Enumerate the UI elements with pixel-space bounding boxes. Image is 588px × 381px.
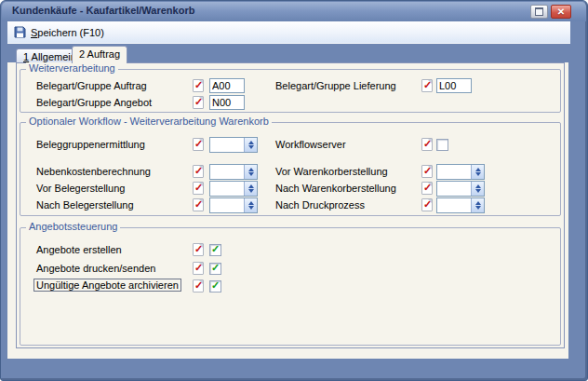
input-belegart-gruppe-lieferung[interactable] — [436, 78, 472, 93]
validator-icon[interactable] — [193, 262, 204, 275]
nebenkosten-spinner-field[interactable] — [209, 164, 258, 180]
app-window: Kundenkäufe - Kaufartikel/Warenkorb ✕ Sp… — [0, 0, 588, 381]
validator-icon[interactable] — [193, 279, 204, 293]
label-nebenkostenberechnung: Nebenkostenberechnung — [36, 166, 151, 177]
label-nach-warenkorberstellung: Nach Warenkorberstellung — [275, 183, 396, 194]
label-belegart-gruppe-angebot: Belegart/Gruppe Angebot — [36, 97, 152, 108]
angebote-drucken-checkbox[interactable] — [209, 263, 221, 275]
close-icon: ✕ — [557, 7, 565, 17]
label-angebote-drucken-senden: Angebote drucken/senden — [36, 263, 155, 274]
close-button[interactable]: ✕ — [551, 5, 571, 19]
validator-icon[interactable] — [193, 243, 204, 256]
beleggruppenermittlung-input[interactable] — [210, 138, 244, 152]
spinner-updown-icon[interactable] — [471, 198, 484, 212]
validator-icon[interactable] — [421, 79, 433, 92]
beleggruppenermittlung-spinner-field[interactable] — [209, 137, 258, 153]
nach-warenkorb-input[interactable] — [437, 182, 471, 196]
save-button-label: Speichern (F10) — [31, 27, 104, 38]
spinner-updown-icon[interactable] — [244, 182, 257, 196]
validator-icon[interactable] — [193, 182, 204, 195]
nach-warenkorb-spinner-field[interactable] — [436, 181, 485, 197]
nach-beleg-input[interactable] — [210, 198, 244, 212]
angebote-archivieren-checkbox[interactable] — [209, 280, 221, 293]
window-title: Kundenkäufe - Kaufartikel/Warenkorb — [12, 5, 194, 16]
vor-beleg-spinner-field[interactable] — [209, 181, 258, 197]
label-nach-belegerstellung: Nach Belegerstellung — [36, 199, 134, 211]
save-button[interactable]: Speichern (F10) — [7, 21, 111, 43]
save-icon — [14, 26, 26, 38]
label-belegart-gruppe-lieferung: Belegart/Gruppe Lieferung — [275, 80, 396, 91]
input-belegart-gruppe-angebot[interactable] — [209, 95, 245, 110]
label-belegart-gruppe-auftrag: Belegart/Gruppe Auftrag — [36, 80, 147, 91]
spinner-updown-icon[interactable] — [471, 182, 484, 196]
label-workflowserver: Workflowserver — [275, 139, 346, 150]
validator-icon[interactable] — [193, 198, 204, 211]
validator-icon[interactable] — [193, 79, 204, 92]
nebenkosten-input[interactable] — [210, 165, 244, 179]
spinner-updown-icon[interactable] — [244, 198, 257, 212]
nach-druck-spinner-field[interactable] — [436, 197, 485, 213]
group-workflow-title: Optionaler Workflow - Weiterverarbeitung… — [26, 116, 272, 127]
label-vor-warenkorberstellung: Vor Warenkorberstellung — [275, 166, 388, 177]
vor-warenkorb-spinner-field[interactable] — [436, 164, 485, 180]
titlebar: Kundenkäufe - Kaufartikel/Warenkorb — [2, 2, 586, 21]
maximize-icon — [535, 7, 543, 16]
spinner-updown-icon[interactable] — [244, 165, 257, 179]
maximize-button[interactable] — [530, 5, 548, 19]
workflowserver-checkbox[interactable] — [436, 139, 448, 151]
angebote-erstellen-checkbox[interactable] — [209, 244, 221, 256]
nach-druck-input[interactable] — [437, 198, 471, 212]
spinner-updown-icon[interactable] — [471, 165, 484, 179]
tab-auftrag[interactable]: 2 Auftrag — [72, 46, 127, 63]
toolbar: Speichern (F10) — [7, 21, 570, 44]
validator-icon[interactable] — [421, 138, 433, 151]
validator-icon[interactable] — [193, 165, 204, 178]
label-nach-druckprozess: Nach Druckprozess — [275, 199, 365, 211]
validator-icon[interactable] — [421, 198, 433, 211]
validator-icon[interactable] — [193, 138, 204, 151]
label-angebote-erstellen: Angebote erstellen — [36, 244, 122, 255]
validator-icon[interactable] — [193, 96, 204, 109]
vor-beleg-input[interactable] — [210, 182, 244, 196]
nach-beleg-spinner-field[interactable] — [209, 197, 258, 213]
validator-icon[interactable] — [421, 165, 433, 178]
vor-warenkorb-input[interactable] — [437, 165, 471, 179]
label-ungueltige-angebote-archivieren: Ungültige Angebote archivieren — [33, 279, 181, 292]
validator-icon[interactable] — [421, 182, 433, 195]
spinner-updown-icon[interactable] — [244, 138, 257, 152]
label-beleggruppenermittlung: Beleggruppenermittlung — [36, 139, 145, 150]
group-angebotssteuerung-title: Angebotssteuerung — [26, 221, 120, 232]
input-belegart-gruppe-auftrag[interactable] — [209, 78, 245, 93]
group-weiterverarbeitung-title: Weiterverarbeitung — [26, 62, 118, 74]
label-vor-belegerstellung: Vor Belegerstellung — [36, 183, 125, 194]
